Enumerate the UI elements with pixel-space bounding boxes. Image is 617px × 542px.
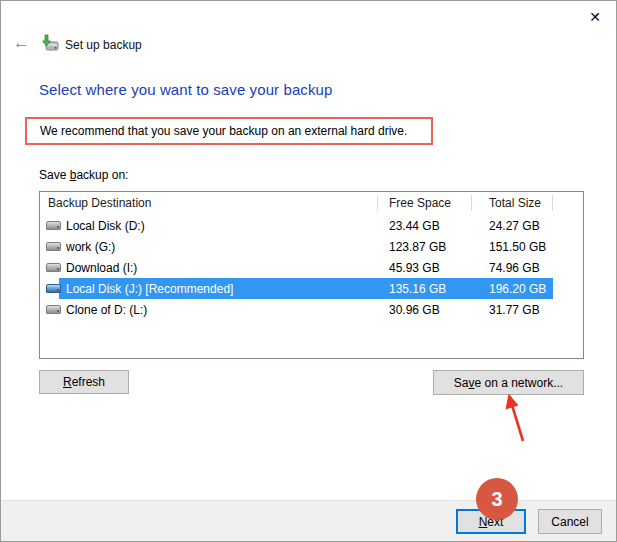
hard-drive-icon: [46, 263, 61, 272]
cancel-button[interactable]: Cancel: [538, 509, 602, 534]
drive-total-size: 151.50 GB: [489, 240, 546, 254]
table-row[interactable]: Clone of D: (L:) 30.96 GB 31.77 GB: [40, 299, 583, 320]
label-part: Sa: [454, 376, 469, 390]
column-header-free-space[interactable]: Free Space: [389, 196, 451, 210]
backup-app-icon: [41, 34, 59, 52]
refresh-button[interactable]: Refresh: [39, 370, 129, 394]
label-part: ackup on:: [76, 168, 128, 182]
backup-destination-list: Backup Destination Free Space Total Size…: [39, 191, 584, 359]
drive-name: Download (I:): [66, 261, 137, 275]
label-part: efresh: [72, 375, 105, 389]
drive-total-size: 74.96 GB: [489, 261, 540, 275]
page-title: Select where you want to save your backu…: [39, 81, 332, 98]
label-part: Save: [39, 168, 70, 182]
drive-name: Local Disk (D:): [66, 219, 145, 233]
drive-free-space: 45.93 GB: [389, 261, 440, 275]
hard-drive-icon: [46, 242, 61, 251]
setup-backup-dialog: ✕ ← Set up backup Select where you want …: [0, 0, 617, 542]
close-icon[interactable]: ✕: [584, 7, 606, 27]
list-body: Local Disk (D:) 23.44 GB 24.27 GB work (…: [40, 215, 583, 320]
hard-drive-icon: [46, 305, 61, 314]
back-icon[interactable]: ←: [13, 34, 30, 52]
recommendation-text: We recommend that you save your backup o…: [40, 124, 407, 138]
drive-free-space: 123.87 GB: [389, 240, 446, 254]
column-separator: [377, 195, 378, 211]
drive-name: Clone of D: (L:): [66, 303, 147, 317]
drive-total-size: 196.20 GB: [489, 282, 546, 296]
table-row[interactable]: Local Disk (J:) [Recommended] 135.16 GB …: [40, 278, 583, 299]
column-header-total-size[interactable]: Total Size: [489, 196, 541, 210]
window-title: Set up backup: [65, 38, 142, 52]
annotation-arrow-icon: [471, 386, 541, 448]
column-header-backup-destination[interactable]: Backup Destination: [48, 196, 151, 210]
label-accesskey: R: [63, 375, 72, 389]
drive-free-space: 135.16 GB: [389, 282, 446, 296]
drive-total-size: 24.27 GB: [489, 219, 540, 233]
column-separator: [471, 195, 472, 211]
table-row[interactable]: Local Disk (D:) 23.44 GB 24.27 GB: [40, 215, 583, 236]
save-backup-on-label: Save backup on:: [39, 168, 128, 182]
drive-name: work (G:): [66, 240, 115, 254]
column-separator: [552, 195, 553, 211]
list-header: Backup Destination Free Space Total Size: [40, 192, 583, 215]
hard-drive-icon: [46, 284, 61, 293]
drive-total-size: 31.77 GB: [489, 303, 540, 317]
table-row[interactable]: Download (I:) 45.93 GB 74.96 GB: [40, 257, 583, 278]
hard-drive-icon: [46, 221, 61, 230]
drive-name: Local Disk (J:) [Recommended]: [66, 282, 233, 296]
step-number-badge: 3: [476, 478, 518, 520]
drive-free-space: 30.96 GB: [389, 303, 440, 317]
label-part: Cancel: [551, 515, 588, 529]
table-row[interactable]: work (G:) 123.87 GB 151.50 GB: [40, 236, 583, 257]
recommendation-annotation-box: We recommend that you save your backup o…: [25, 117, 433, 145]
drive-free-space: 23.44 GB: [389, 219, 440, 233]
